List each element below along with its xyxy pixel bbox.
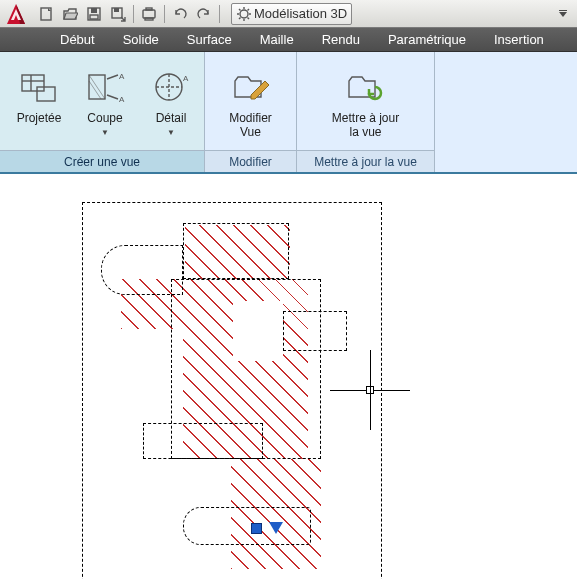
gear-icon [236,6,252,22]
chevron-down-icon: ▼ [156,126,187,140]
projetee-button[interactable]: Projetée [10,65,68,143]
panel-title-creer: Créer une vue [0,150,204,172]
svg-text:A: A [119,72,125,81]
undo-icon[interactable] [169,3,191,25]
ribbon: Projetée A A Coupe▼ [0,52,577,174]
svg-line-17 [248,9,250,11]
tab-surface[interactable]: Surface [173,28,246,51]
chevron-down-icon: ▼ [87,126,122,140]
update-view-icon [345,67,385,107]
redo-icon[interactable] [193,3,215,25]
drawing-canvas[interactable] [0,174,577,579]
svg-text:A: A [183,74,189,83]
svg-rect-7 [146,8,152,10]
svg-rect-8 [145,18,153,20]
svg-rect-19 [22,75,44,91]
detail-label: Détail [156,111,187,125]
dashed-outline [183,507,311,545]
dashed-outline [143,423,263,459]
qat-separator [219,5,220,23]
detail-button[interactable]: A Détail▼ [142,65,200,143]
tab-maille[interactable]: Maille [246,28,308,51]
mettre-a-jour-vue-button[interactable]: Mettre à jour la vue [326,65,405,143]
svg-line-16 [239,17,241,19]
modifier-vue-button[interactable]: Modifier Vue [222,65,280,143]
dashed-outline [183,223,289,279]
svg-point-9 [240,10,248,18]
svg-rect-5 [114,8,119,12]
qat-separator [164,5,165,23]
new-icon[interactable] [35,3,57,25]
tab-rendu[interactable]: Rendu [308,28,374,51]
workspace-switcher[interactable]: Modélisation 3D [231,3,352,25]
maj-vue-label: Mettre à jour la vue [332,111,399,139]
svg-rect-2 [91,8,97,13]
svg-rect-3 [90,15,98,19]
grip-triangle[interactable] [269,522,283,534]
panel-creer-vue: Projetée A A Coupe▼ [0,52,205,172]
panel-modifier: Modifier Vue Modifier [205,52,297,172]
plot-icon[interactable] [138,3,160,25]
tab-debut[interactable]: Début [46,28,109,51]
save-as-icon[interactable] [107,3,129,25]
workspace-label: Modélisation 3D [254,6,347,21]
svg-rect-20 [37,87,55,101]
svg-line-14 [239,9,241,11]
tab-solide[interactable]: Solide [109,28,173,51]
panel-title-modifier: Modifier [205,150,296,172]
qat-separator [133,5,134,23]
modifier-vue-label: Modifier Vue [229,111,272,139]
svg-line-15 [248,17,250,19]
open-icon[interactable] [59,3,81,25]
save-icon[interactable] [83,3,105,25]
projetee-label: Projetée [17,111,62,125]
panel-maj: Mettre à jour la vue Mettre à jour la vu… [297,52,435,172]
app-menu-button[interactable] [2,1,30,27]
tab-insertion[interactable]: Insertion [480,28,558,51]
detail-icon: A [151,67,191,107]
coupe-label: Coupe [87,111,122,125]
viewport-frame [82,202,382,579]
svg-rect-6 [143,10,155,18]
projetee-icon [19,67,59,107]
coupe-button[interactable]: A A Coupe▼ [76,65,134,143]
coupe-icon: A A [85,67,125,107]
tab-parametrique[interactable]: Paramétrique [374,28,480,51]
ribbon-tabs: Début Solide Surface Maille Rendu Paramé… [0,28,577,52]
grip-square[interactable] [251,523,262,534]
dashed-outline [283,311,347,351]
svg-text:A: A [119,95,125,104]
edit-view-icon [231,67,271,107]
panel-title-maj: Mettre à jour la vue [297,150,434,172]
svg-rect-18 [559,10,567,11]
qat-dropdown-icon[interactable] [552,3,574,25]
quick-access-toolbar: Modélisation 3D [0,0,577,28]
